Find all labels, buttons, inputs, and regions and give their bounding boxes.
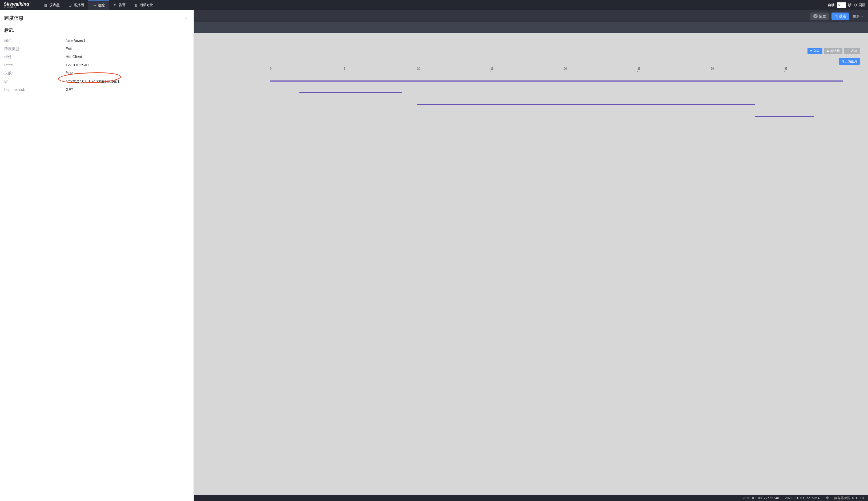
nav-dashboard[interactable]: ▥ 仪表盘 [40,0,64,10]
logo-sub: Rocketbot [4,6,32,9]
refresh-label: 刷新 [858,3,865,8]
nav-trace-label: 追踪 [98,3,105,8]
nav-alarm[interactable]: ⊙ 告警 [109,0,130,10]
logo: Skywalking〉 Rocketbot [3,1,32,9]
refresh-icon [854,3,857,7]
nav-dashboard-label: 仪表盘 [49,3,60,8]
auto-label: 自动 [828,3,835,8]
nav-metrics[interactable]: ▥ 指标对比 [130,0,158,10]
metrics-icon: ▥ [134,3,138,7]
topology-icon: ◫ [68,3,72,7]
dashboard-icon: ▥ [44,3,48,7]
trace-icon: ⤳ [93,3,96,7]
topbar-right: 自动 秒 刷新 [828,2,865,8]
nav-trace[interactable]: ⤳ 追踪 [88,0,109,10]
topbar: Skywalking〉 Rocketbot ▥ 仪表盘 ◫ 拓扑图 ⤳ 追踪 ⊙… [0,0,868,10]
nav: ▥ 仪表盘 ◫ 拓扑图 ⤳ 追踪 ⊙ 告警 ▥ 指标对比 [40,0,158,10]
auto-unit: 秒 [848,3,851,8]
nav-topology-label: 拓扑图 [74,3,84,8]
nav-metrics-label: 指标对比 [139,3,153,8]
nav-topology[interactable]: ◫ 拓扑图 [64,0,88,10]
nav-alarm-label: 告警 [119,3,126,8]
refresh-button[interactable]: 刷新 [854,3,865,8]
alarm-icon: ⊙ [113,3,117,7]
auto-interval-input[interactable] [837,2,846,8]
